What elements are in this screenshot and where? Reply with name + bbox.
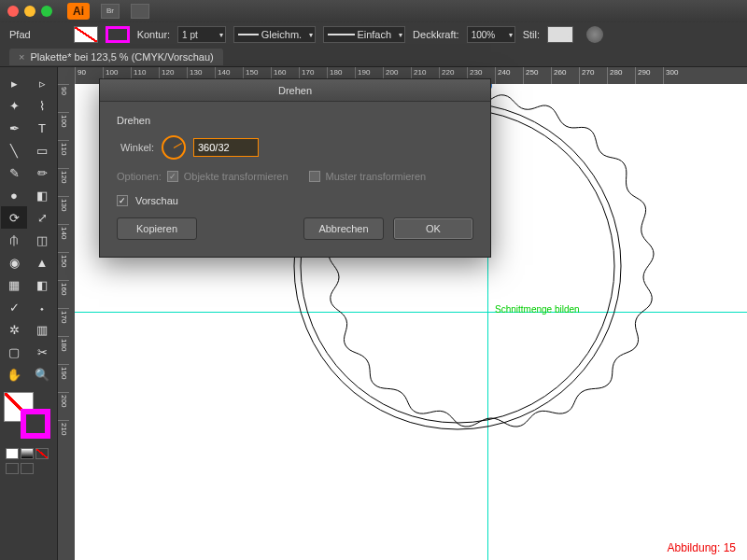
document-tab[interactable]: ×Plakette* bei 123,5 % (CMYK/Vorschau) xyxy=(9,49,223,65)
mesh-tool[interactable]: ▦ xyxy=(1,273,27,296)
rotate-dialog: Drehen Drehen Winkel: Optionen: Objekte … xyxy=(99,78,491,258)
pencil-tool[interactable]: ✏ xyxy=(29,161,55,184)
minimize-icon[interactable] xyxy=(24,6,35,17)
group-label: Drehen xyxy=(117,115,473,126)
slice-tool[interactable]: ✂ xyxy=(29,341,55,363)
dialog-title: Drehen xyxy=(100,79,490,102)
paintbrush-tool[interactable]: ✎ xyxy=(1,161,27,184)
window-titlebar: Ai Br xyxy=(0,0,747,22)
scale-tool[interactable]: ⤢ xyxy=(29,206,55,229)
hand-tool[interactable]: ✋ xyxy=(1,363,27,385)
width-tool[interactable]: ⫛ xyxy=(1,229,27,251)
selection-type-label: Pfad xyxy=(9,29,31,40)
copy-button[interactable]: Kopieren xyxy=(117,217,197,240)
selection-tool[interactable]: ▸ xyxy=(1,72,27,94)
transform-patterns-checkbox xyxy=(309,171,320,182)
line-tool[interactable]: ╲ xyxy=(1,139,27,161)
stroke-color-icon[interactable] xyxy=(21,409,50,439)
stroke-profile-select[interactable]: Gleichm. xyxy=(233,26,316,43)
free-transform-tool[interactable]: ◫ xyxy=(29,229,55,251)
preview-label: Vorschau xyxy=(135,195,178,206)
document-tabs: ×Plakette* bei 123,5 % (CMYK/Vorschau) xyxy=(0,47,747,67)
smart-guide-label: Schnittmenge bilden xyxy=(495,304,580,315)
angle-dial-icon[interactable] xyxy=(162,135,186,160)
fill-swatch[interactable] xyxy=(74,26,98,43)
fill-stroke-control[interactable] xyxy=(4,392,50,439)
arrange-button[interactable] xyxy=(131,4,149,19)
stroke-weight-select[interactable]: 1 pt xyxy=(177,26,226,43)
type-tool[interactable]: T xyxy=(29,117,55,139)
transform-objects-checkbox xyxy=(167,171,178,182)
angle-input[interactable] xyxy=(193,138,259,157)
opacity-label: Deckkraft: xyxy=(413,29,459,40)
angle-label: Winkel: xyxy=(117,142,154,153)
pen-tool[interactable]: ✒ xyxy=(1,117,27,139)
perspective-tool[interactable]: ▲ xyxy=(29,251,55,273)
recolor-button[interactable] xyxy=(586,26,603,43)
preview-checkbox[interactable] xyxy=(117,195,128,206)
brush-select[interactable]: Einfach xyxy=(323,26,405,43)
zoom-icon[interactable] xyxy=(41,6,52,17)
close-tab-icon[interactable]: × xyxy=(19,51,24,63)
rotate-tool[interactable]: ⟳ xyxy=(1,206,27,229)
cancel-button[interactable]: Abbrechen xyxy=(303,217,384,240)
rectangle-tool[interactable]: ▭ xyxy=(29,139,55,161)
color-mode-switches[interactable] xyxy=(6,448,51,459)
blend-tool[interactable]: ⬩ xyxy=(29,296,55,318)
style-select[interactable] xyxy=(547,26,573,43)
gradient-tool[interactable]: ◧ xyxy=(29,273,55,296)
blob-brush-tool[interactable]: ● xyxy=(1,184,27,206)
stroke-swatch[interactable] xyxy=(106,26,130,43)
screen-mode-switches[interactable] xyxy=(6,463,51,474)
document-tab-title: Plakette* bei 123,5 % (CMYK/Vorschau) xyxy=(30,51,213,63)
shape-builder-tool[interactable]: ◉ xyxy=(1,251,27,273)
style-label: Stil: xyxy=(523,29,540,40)
eyedropper-tool[interactable]: ✓ xyxy=(1,296,27,318)
stroke-label: Kontur: xyxy=(137,29,170,40)
tool-panel: ▸▹ ✦⌇ ✒T ╲▭ ✎✏ ●◧ ⟳⤢ ⫛◫ ◉▲ ▦◧ ✓⬩ ✲▥ ▢✂ ✋… xyxy=(0,67,58,560)
bridge-button[interactable]: Br xyxy=(101,4,120,19)
transform-objects-label: Objekte transformieren xyxy=(184,171,289,182)
direct-selection-tool[interactable]: ▹ xyxy=(29,72,55,94)
magic-wand-tool[interactable]: ✦ xyxy=(1,94,27,117)
eraser-tool[interactable]: ◧ xyxy=(29,184,55,206)
figure-caption: Abbildung: 15 xyxy=(668,541,736,554)
control-bar: Pfad Kontur: 1 pt Gleichm. Einfach Deckk… xyxy=(0,22,747,47)
ok-button[interactable]: OK xyxy=(393,217,473,240)
graph-tool[interactable]: ▥ xyxy=(29,318,55,341)
zoom-tool[interactable]: 🔍 xyxy=(29,363,55,385)
symbol-sprayer-tool[interactable]: ✲ xyxy=(1,318,27,341)
lasso-tool[interactable]: ⌇ xyxy=(29,94,55,117)
options-label: Optionen: xyxy=(117,171,162,182)
opacity-select[interactable]: 100% xyxy=(467,26,515,43)
ruler-vertical: 90100110120130140150160170180190200210 xyxy=(58,84,75,560)
transform-patterns-label: Muster transformieren xyxy=(326,171,427,182)
artboard-tool[interactable]: ▢ xyxy=(1,341,27,363)
app-badge: Ai xyxy=(67,3,90,20)
close-icon[interactable] xyxy=(7,6,19,17)
